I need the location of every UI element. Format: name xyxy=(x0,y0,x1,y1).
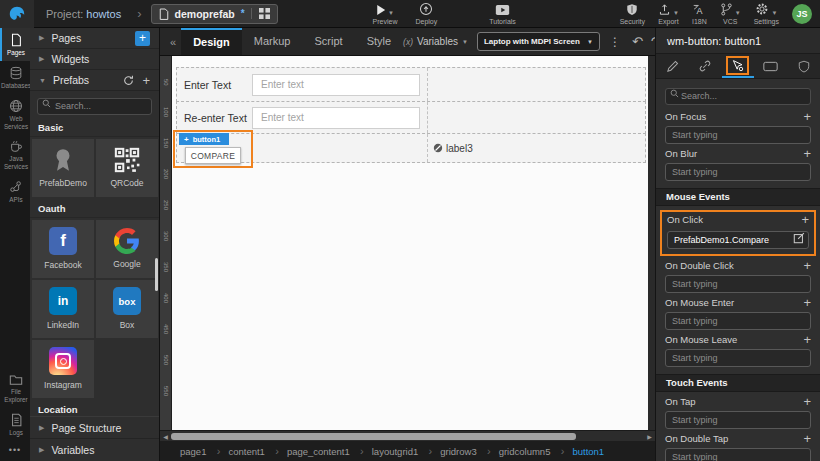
wavemaker-logo[interactable] xyxy=(0,0,34,28)
sidebar-item-databases[interactable]: Databases xyxy=(0,61,30,94)
section-variables[interactable]: ▶ Variables xyxy=(30,439,159,461)
dashboard-grid-icon[interactable] xyxy=(251,8,270,19)
tab-script[interactable]: Script xyxy=(303,28,355,55)
rail-more-button[interactable]: ••• xyxy=(0,441,30,461)
device-icon xyxy=(763,61,778,72)
add-on-double-tap-action-button[interactable]: + xyxy=(803,432,811,445)
open-page-tab[interactable]: demoprefab * xyxy=(151,4,278,24)
variables-dropdown[interactable]: (x) Variables ▼ xyxy=(403,36,468,47)
label3-widget[interactable]: label3 xyxy=(433,143,473,154)
tab-design[interactable]: Design xyxy=(181,28,242,55)
widget-label-reenter-text[interactable]: Re-enter Text xyxy=(184,112,248,124)
sidebar-item-logs[interactable]: Logs xyxy=(0,408,30,441)
properties-panel: wm-button: button1 xyxy=(655,28,820,461)
breadcrumb-page1[interactable]: page1 xyxy=(180,446,206,457)
scroll-left-arrow[interactable]: ◀ xyxy=(161,433,170,440)
sidebar-item-web-services[interactable]: Web Services xyxy=(0,94,30,135)
event-on-double-tap-label: On Double Tap xyxy=(665,433,728,444)
group-header-oauth: Oauth xyxy=(30,199,159,218)
tab-properties[interactable] xyxy=(656,54,689,78)
wavemaker-studio: Project: howtos › demoprefab * ▼ Preview… xyxy=(0,0,820,461)
widget-text-input-1[interactable] xyxy=(252,74,420,96)
tab-bind[interactable] xyxy=(689,54,722,78)
scrollbar-thumb[interactable] xyxy=(171,433,576,440)
left-panel-scrollbar[interactable] xyxy=(155,258,158,291)
tab-events[interactable] xyxy=(722,54,755,78)
prefab-tile-linkedin[interactable]: in LinkedIn xyxy=(32,280,94,338)
refresh-icon[interactable] xyxy=(123,75,134,86)
security-button[interactable]: Security xyxy=(620,2,645,25)
caret-down-icon: ▼ xyxy=(39,77,46,84)
undo-button[interactable]: ↶ xyxy=(632,35,643,48)
selected-widget-tag[interactable]: + button1 xyxy=(179,133,229,145)
on-double-tap-input[interactable] xyxy=(665,448,811,461)
sidebar-item-apis[interactable]: APIs xyxy=(0,175,30,208)
import-prefab-button[interactable]: + xyxy=(142,73,150,88)
collapse-left-panel-button[interactable]: « xyxy=(165,36,181,48)
google-logo xyxy=(114,228,140,254)
sidebar-item-java-services[interactable]: Java Services xyxy=(0,134,30,175)
add-on-mouse-leave-action-button[interactable]: + xyxy=(803,333,811,346)
prefab-tile-instagram[interactable]: Instagram xyxy=(32,340,94,398)
breadcrumb-gridrow3[interactable]: gridrow3 xyxy=(440,446,476,457)
section-widgets[interactable]: ▶ Widgets xyxy=(30,49,159,70)
compare-button-widget[interactable]: COMPARE xyxy=(185,147,241,164)
deploy-button[interactable]: Deploy xyxy=(415,2,437,25)
prefab-tile-box[interactable]: box Box xyxy=(96,280,158,338)
i18n-button[interactable]: A I18N xyxy=(692,2,707,25)
breadcrumb-page-content1[interactable]: page_content1 xyxy=(287,446,350,457)
prefab-tile-facebook[interactable]: f Facebook xyxy=(32,220,94,278)
on-tap-input[interactable] xyxy=(665,411,811,429)
prefab-tile-qrcode[interactable]: QRCode xyxy=(96,139,158,197)
tutorials-button[interactable]: Tutorials xyxy=(489,2,516,25)
add-on-click-action-button[interactable]: + xyxy=(801,213,809,226)
grid-cell: Re-enter Text xyxy=(177,102,428,133)
breadcrumb-button1[interactable]: button1 xyxy=(572,446,604,457)
more-options-button[interactable]: ⋮ xyxy=(609,35,621,49)
breadcrumb-layoutgrid1[interactable]: layoutgrid1 xyxy=(372,446,418,457)
events-search-input[interactable] xyxy=(665,88,811,105)
add-on-mouse-enter-action-button[interactable]: + xyxy=(803,296,811,309)
scroll-right-arrow[interactable]: ▶ xyxy=(645,433,654,440)
on-double-click-input[interactable] xyxy=(665,275,811,293)
tab-device[interactable] xyxy=(754,54,787,78)
add-page-button[interactable]: + xyxy=(135,31,150,46)
prefab-tile-prefabdemo[interactable]: PrefabDemo xyxy=(32,139,94,197)
sidebar-item-pages[interactable]: Pages xyxy=(0,28,30,61)
section-page-structure[interactable]: ▶ Page Structure xyxy=(30,417,159,439)
breadcrumb-content1[interactable]: content1 xyxy=(228,446,264,457)
group-mouse-events: Mouse Events xyxy=(656,188,820,206)
on-mouse-enter-input[interactable] xyxy=(665,312,811,330)
tab-security[interactable] xyxy=(787,54,820,78)
widget-text-input-2[interactable] xyxy=(252,107,420,129)
prefab-search-input[interactable] xyxy=(37,98,152,115)
tab-style[interactable]: Style xyxy=(355,28,403,55)
add-on-tap-action-button[interactable]: + xyxy=(803,395,811,408)
breadcrumb-chevron-icon: › xyxy=(137,6,141,21)
tab-markup[interactable]: Markup xyxy=(242,28,303,55)
export-button[interactable]: ▼ Export xyxy=(658,2,679,25)
device-select[interactable]: Laptop with MDPI Screen ▼ xyxy=(477,32,600,51)
on-blur-input[interactable] xyxy=(665,163,811,181)
sidebar-item-file-explorer[interactable]: File Explorer xyxy=(0,368,30,408)
preview-button[interactable]: ▼ Preview xyxy=(373,2,398,25)
on-mouse-leave-input[interactable] xyxy=(665,349,811,367)
breadcrumb-gridcolumn5[interactable]: gridcolumn5 xyxy=(499,446,551,457)
user-avatar[interactable]: JS xyxy=(792,4,812,24)
prefab-tile-google[interactable]: Google xyxy=(96,220,158,278)
project-name: howtos xyxy=(86,8,121,20)
on-focus-input[interactable] xyxy=(665,126,811,144)
section-prefabs[interactable]: ▼ Prefabs + xyxy=(30,70,159,91)
on-click-input[interactable] xyxy=(667,231,809,249)
edit-on-click-button[interactable] xyxy=(793,232,805,244)
folder-icon xyxy=(9,373,23,386)
widget-label-enter-text[interactable]: Enter Text xyxy=(184,79,248,91)
add-on-focus-action-button[interactable]: + xyxy=(803,110,811,123)
settings-button[interactable]: ▼ Settings xyxy=(754,2,779,25)
section-pages[interactable]: ▶ Pages + xyxy=(30,28,159,49)
add-on-double-click-action-button[interactable]: + xyxy=(803,259,811,272)
design-canvas[interactable]: Enter Text Re-enter Text xyxy=(172,56,648,430)
vcs-button[interactable]: ▼ VCS xyxy=(720,2,741,25)
add-on-blur-action-button[interactable]: + xyxy=(803,147,811,160)
scrollbar-track[interactable] xyxy=(170,433,645,440)
